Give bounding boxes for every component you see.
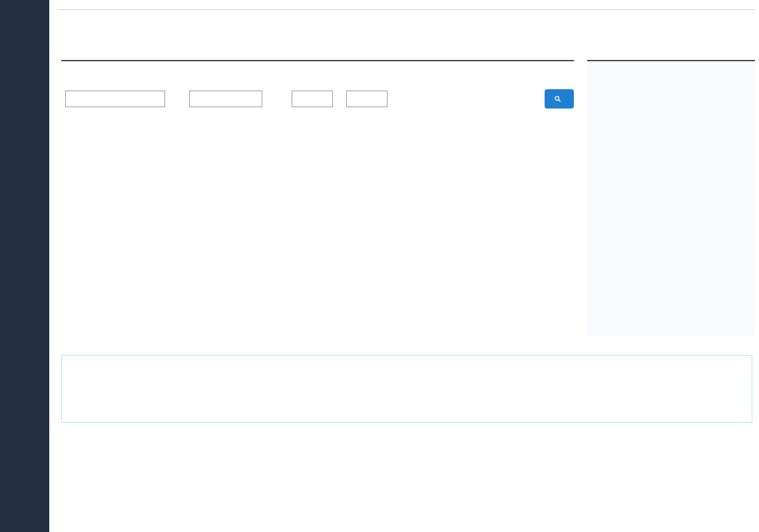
customer-name-input[interactable]	[189, 91, 262, 107]
time-from-input[interactable]	[292, 91, 333, 107]
time-to-input[interactable]	[346, 91, 387, 107]
stat-cards-row	[57, 10, 755, 55]
donut-center-stats	[595, 105, 749, 260]
quick-entry-section	[57, 336, 755, 423]
sidebar	[0, 0, 49, 532]
main-area	[49, 0, 759, 532]
search-icon	[553, 95, 562, 103]
order-search-form	[63, 89, 574, 109]
performance-donut-chart	[595, 105, 749, 260]
app-window	[0, 0, 759, 532]
performance-title	[587, 55, 755, 61]
middle-section	[57, 55, 755, 336]
page-title	[57, 3, 755, 9]
quick-entry-title	[61, 345, 752, 350]
todo-section	[61, 55, 574, 336]
quick-entry-box	[61, 355, 752, 423]
performance-panel	[587, 64, 755, 336]
order-no-input[interactable]	[65, 91, 165, 107]
todo-section-title	[61, 55, 574, 61]
search-button[interactable]	[545, 89, 574, 109]
performance-section	[587, 55, 755, 336]
